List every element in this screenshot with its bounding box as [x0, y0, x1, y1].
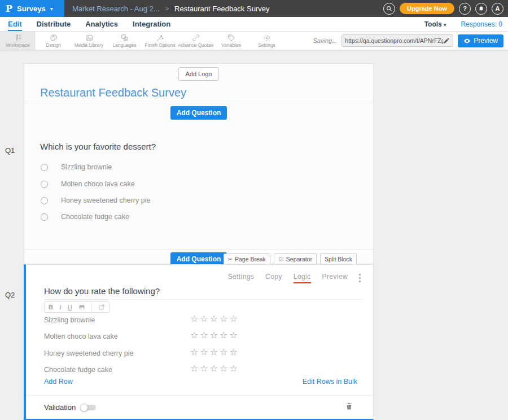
- responses-count[interactable]: Responses: 0: [461, 20, 502, 28]
- survey-block-card: Add Logo Restaurant Feedback Survey Add …: [24, 63, 374, 264]
- q2-row-label[interactable]: Honey sweetened cherry pie: [44, 349, 133, 357]
- more-options-icon[interactable]: [359, 274, 361, 282]
- validation-toggle[interactable]: [80, 404, 97, 412]
- survey-title[interactable]: Restaurant Feedback Survey: [40, 86, 186, 99]
- translate-icon: [121, 34, 129, 42]
- q1-option-label[interactable]: Molten choco lava cake: [61, 180, 135, 188]
- ribbon-right: Saving... Preview: [313, 32, 508, 50]
- upgrade-now-button[interactable]: Upgrade Now: [400, 3, 454, 14]
- edit-rows-in-bulk-link[interactable]: Edit Rows in Bulk: [303, 378, 357, 386]
- external-link-icon[interactable]: [98, 304, 105, 310]
- toolbar-item-advance-quotas[interactable]: Advance Quotas: [178, 32, 213, 50]
- q1-question-text[interactable]: Which is your favorite dessert?: [40, 142, 156, 151]
- star-rating-row[interactable]: ☆☆☆☆☆: [190, 364, 239, 373]
- section-nav-right: Tools ▾ Responses: 0: [424, 20, 508, 28]
- q2-preview-action[interactable]: Preview: [322, 273, 348, 283]
- delete-question-button[interactable]: [345, 401, 354, 412]
- bell-icon: [478, 6, 484, 12]
- saving-status: Saving...: [313, 37, 338, 44]
- q1-option-label[interactable]: Chocolate fudge cake: [61, 213, 129, 221]
- help-button[interactable]: ?: [459, 3, 471, 15]
- preview-button[interactable]: Preview: [458, 34, 503, 47]
- underline-button[interactable]: U: [68, 304, 72, 310]
- palette-icon: [50, 34, 58, 42]
- tools-dropdown[interactable]: Tools ▾: [424, 20, 446, 28]
- toolbar-item-settings[interactable]: Settings: [249, 32, 284, 50]
- separator-button[interactable]: Separator: [274, 253, 317, 265]
- chain-link-icon: [192, 34, 200, 42]
- q2-question-card: Settings Copy Logic Preview How do you r…: [24, 264, 374, 420]
- q2-action-menu: Settings Copy Logic Preview: [228, 273, 361, 283]
- q1-option-row: Chocolate fudge cake: [41, 213, 129, 221]
- q1-margin-label: Q1: [5, 146, 15, 155]
- workspace-icon: [14, 34, 22, 42]
- toolbar-item-workspace[interactable]: Workspace: [0, 32, 36, 50]
- chevron-down-icon: ▾: [50, 6, 53, 12]
- toolbar-item-media-library[interactable]: Media Library: [71, 32, 107, 50]
- star-rating-row[interactable]: ☆☆☆☆☆: [190, 348, 239, 357]
- topbar-actions: Upgrade Now ? A: [383, 3, 508, 15]
- surveys-menu-label: Surveys: [17, 5, 46, 13]
- tab-distribute[interactable]: Distribute: [37, 17, 71, 31]
- toolbar-item-variables[interactable]: Variables: [213, 32, 249, 50]
- q2-settings-action[interactable]: Settings: [228, 273, 255, 283]
- tag-icon: [227, 34, 235, 42]
- star-rating-row[interactable]: ☆☆☆☆☆: [190, 331, 239, 340]
- toolbar-item-languages[interactable]: Languages: [107, 32, 142, 50]
- q2-row-label[interactable]: Molten choco lava cake: [44, 333, 118, 340]
- section-tabs: Edit Distribute Analytics Integration: [0, 17, 170, 31]
- section-nav: Edit Distribute Analytics Integration To…: [0, 17, 508, 32]
- separator-icon: [278, 256, 284, 262]
- q2-copy-action[interactable]: Copy: [265, 273, 282, 283]
- questionpro-survey-editor: P Surveys ▾ Market Research - Aug 2... >…: [0, 0, 508, 420]
- radio-button-icon[interactable]: [41, 197, 48, 204]
- toolbar-item-finish-options[interactable]: Finish Options: [142, 32, 178, 50]
- add-logo-button[interactable]: Add Logo: [178, 67, 218, 81]
- q2-row-label[interactable]: Chocolate fudge cake: [44, 366, 112, 374]
- insert-image-icon[interactable]: [78, 304, 85, 310]
- breadcrumb: Market Research - Aug 2... > Restaurant …: [72, 5, 269, 13]
- q1-option-row: Honey sweetened cherry pie: [41, 196, 150, 204]
- add-row-link[interactable]: Add Row: [44, 378, 73, 386]
- question-mark-icon: ?: [463, 5, 467, 12]
- surveys-menu[interactable]: P Surveys ▾: [0, 0, 64, 17]
- text-format-toolbar: B I U: [44, 301, 110, 313]
- divider: [24, 249, 373, 250]
- divider: [24, 103, 373, 103]
- q2-row-label[interactable]: Sizzling brownie: [44, 316, 95, 324]
- survey-url-field[interactable]: [341, 34, 453, 47]
- tab-analytics[interactable]: Analytics: [85, 17, 118, 31]
- split-block-button[interactable]: Split Block: [320, 253, 357, 265]
- star-rating-row[interactable]: ☆☆☆☆☆: [190, 314, 239, 323]
- edit-pencil-icon[interactable]: [443, 37, 450, 44]
- page-break-button[interactable]: ✂ Page Break: [224, 253, 270, 265]
- search-button[interactable]: [383, 3, 395, 15]
- radio-button-icon[interactable]: [41, 213, 48, 221]
- radio-button-icon[interactable]: [41, 164, 48, 171]
- scissors-icon: ✂: [228, 256, 233, 262]
- tab-edit[interactable]: Edit: [8, 17, 22, 31]
- italic-button[interactable]: I: [59, 304, 62, 310]
- radio-button-icon[interactable]: [41, 181, 48, 188]
- breadcrumb-parent[interactable]: Market Research - Aug 2...: [72, 5, 160, 13]
- q1-option-row: Sizzling brownie: [41, 163, 112, 171]
- notifications-button[interactable]: [475, 3, 487, 15]
- survey-url-input[interactable]: [345, 37, 443, 44]
- q1-option-label[interactable]: Honey sweetened cherry pie: [61, 196, 150, 204]
- q2-question-text[interactable]: How do you rate the following?: [44, 286, 160, 296]
- bold-button[interactable]: B: [49, 304, 53, 310]
- add-question-button-top[interactable]: Add Question: [170, 106, 227, 120]
- magic-wand-icon: [156, 34, 164, 42]
- q2-margin-label: Q2: [5, 291, 15, 299]
- trash-icon: [345, 401, 353, 411]
- tab-integration[interactable]: Integration: [133, 17, 170, 31]
- q1-option-row: Molten choco lava cake: [41, 180, 135, 188]
- q1-option-label[interactable]: Sizzling brownie: [61, 163, 112, 171]
- account-avatar[interactable]: A: [492, 3, 503, 15]
- block-actions: ✂ Page Break Separator Split Block: [224, 253, 357, 265]
- validation-label: Validation: [44, 403, 76, 412]
- top-bar: P Surveys ▾ Market Research - Aug 2... >…: [0, 0, 508, 17]
- toolbar-item-design[interactable]: Design: [36, 32, 71, 50]
- question-input-underline: [44, 299, 363, 300]
- q2-logic-action[interactable]: Logic: [294, 273, 311, 283]
